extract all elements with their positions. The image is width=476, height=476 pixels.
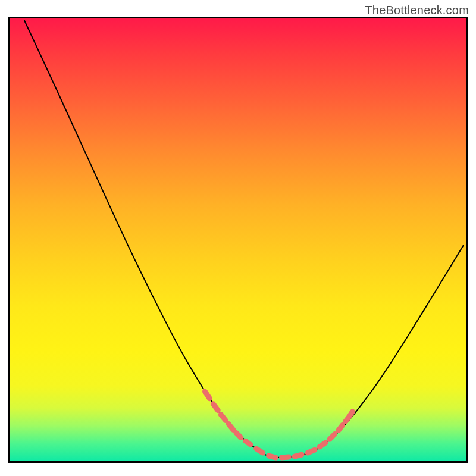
dot-segment [228, 424, 233, 430]
dot-segment [339, 425, 343, 430]
chart-container [0, 17, 476, 476]
dot-segment [308, 450, 315, 453]
dot-segment [205, 392, 209, 399]
dot-segment [213, 404, 218, 411]
dot-segment [246, 441, 250, 444]
dot-segment [330, 434, 335, 439]
dot-segment [221, 415, 226, 421]
watermark-text: TheBottleneck.com [365, 4, 469, 17]
dot-segment [295, 455, 302, 456]
dot-segment [256, 449, 263, 453]
dot-segment [281, 457, 289, 458]
chart-svg [10, 18, 466, 461]
plot-area [8, 17, 468, 463]
dot-segment [236, 433, 241, 437]
dot-segment [346, 417, 349, 422]
dot-segment [269, 456, 276, 458]
dot-segment [320, 443, 325, 447]
dotted-overlay [205, 392, 352, 458]
dot-segment [350, 412, 353, 415]
v-curve [24, 20, 464, 458]
